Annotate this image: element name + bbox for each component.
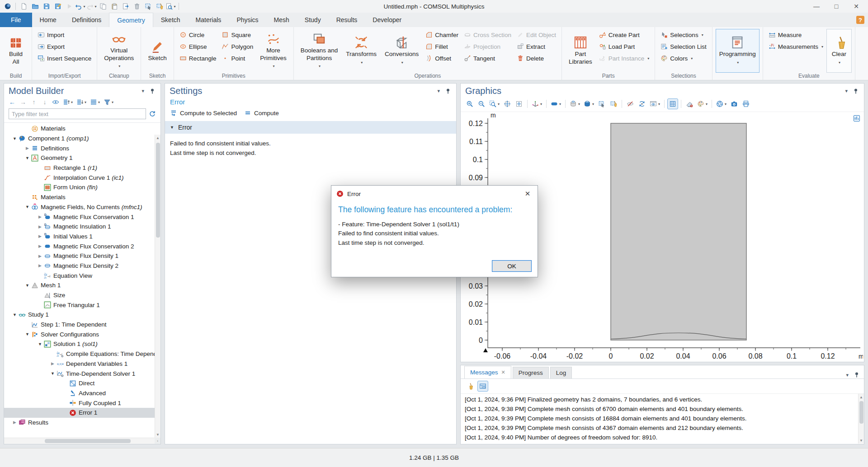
more-primitives-button[interactable]: MorePrimitives▾ bbox=[256, 29, 290, 73]
selection-list-button[interactable]: Selection List bbox=[658, 41, 708, 52]
create-part-button[interactable]: Create Part bbox=[597, 29, 652, 41]
tangent-button[interactable]: Tangent bbox=[462, 52, 514, 64]
tab-results[interactable]: Results bbox=[329, 13, 365, 27]
panel-menu-icon[interactable]: ▾ bbox=[846, 372, 849, 378]
tree-item-initial-values-1[interactable]: ▶DInitial Values 1 bbox=[4, 232, 160, 242]
save-button[interactable] bbox=[41, 1, 52, 11]
pin-icon[interactable] bbox=[444, 88, 452, 95]
view-default-button[interactable] bbox=[502, 98, 513, 109]
transforms-button[interactable]: Transforms▾ bbox=[342, 29, 380, 73]
polygon-button[interactable]: Polygon bbox=[219, 41, 255, 52]
tree-expander-icon[interactable]: ▼ bbox=[36, 342, 44, 346]
pin-icon[interactable] bbox=[853, 371, 860, 378]
show-button[interactable] bbox=[52, 98, 59, 106]
tree-item-magnetic-flux-density-1[interactable]: ▶Magnetic Flux Density 1 bbox=[4, 251, 160, 261]
tab-file[interactable]: File bbox=[0, 13, 32, 27]
logo-button[interactable] bbox=[2, 1, 13, 11]
tree-expander-icon[interactable]: ▶ bbox=[36, 263, 44, 268]
paste-button[interactable] bbox=[108, 1, 120, 11]
cross-section-button[interactable]: Cross Section bbox=[462, 29, 514, 41]
broom-button[interactable] bbox=[464, 381, 475, 392]
tree-item-step-1-time-dependent[interactable]: Step 1: Time Dependent bbox=[4, 320, 160, 330]
cyl-blue-button[interactable]: ▾ bbox=[582, 98, 595, 109]
tree-filter-input[interactable] bbox=[9, 108, 146, 119]
programming-button[interactable]: Programming▾ bbox=[716, 29, 760, 73]
tree-item-interpolation-curve-1[interactable]: Interpolation Curve 1(ic1) bbox=[4, 173, 160, 182]
conversions-button[interactable]: Conversions▾ bbox=[381, 29, 422, 73]
tree-item-magnetic-flux-conservation-1[interactable]: ▶DMagnetic Flux Conservation 1 bbox=[4, 212, 160, 222]
tree-expander-icon[interactable]: ▼ bbox=[24, 332, 31, 336]
tree-item-form-union[interactable]: Form Union(fin) bbox=[4, 182, 160, 192]
zoom-out-button[interactable] bbox=[476, 98, 487, 109]
panel-menu-icon[interactable]: ▾ bbox=[142, 88, 144, 94]
move-down-button[interactable]: ↓ bbox=[41, 98, 48, 106]
doc-forward-button[interactable] bbox=[120, 1, 131, 11]
tree-item-compile-equations-time-dependent[interactable]: ∂u∂t=fCompile Equations: Time Dependent bbox=[4, 349, 160, 359]
close-button[interactable]: ✕ bbox=[846, 0, 866, 12]
compute-to-selected-button[interactable]: Compute to Selected bbox=[170, 109, 237, 117]
insert-sequence-button[interactable]: Insert Sequence bbox=[35, 52, 94, 64]
circle-button[interactable]: Circle bbox=[177, 29, 219, 41]
refresh-icon[interactable] bbox=[149, 110, 156, 117]
tree-expander-icon[interactable]: ▶ bbox=[36, 234, 44, 238]
doc-zoom-button[interactable]: ▾ bbox=[165, 1, 176, 11]
no-eye-button[interactable] bbox=[625, 98, 636, 109]
tree-expander-icon[interactable]: ▼ bbox=[24, 156, 31, 160]
redo-button[interactable]: ▾ bbox=[86, 1, 97, 11]
tree-item-dependent-variables-1[interactable]: ▶u,v,wDependent Variables 1 bbox=[4, 359, 160, 369]
tree-expander-icon[interactable]: ▼ bbox=[49, 371, 57, 376]
booleans-and-partitions-button[interactable]: Booleans andPartitions▾ bbox=[297, 29, 342, 73]
tab-home[interactable]: Home bbox=[32, 13, 64, 27]
close-tab-icon[interactable]: ✕ bbox=[501, 369, 505, 375]
help-button[interactable]: ? bbox=[856, 16, 864, 24]
edit-object-button[interactable]: Edit Object bbox=[514, 29, 558, 41]
tree-expander-icon[interactable]: ▼ bbox=[11, 136, 19, 141]
tab-definitions[interactable]: Definitions bbox=[64, 13, 109, 27]
colors-button[interactable]: ▾ bbox=[696, 98, 709, 109]
selections-button[interactable]: Selections▾ bbox=[658, 29, 708, 41]
pin-icon[interactable] bbox=[149, 88, 156, 95]
tree-expander-icon[interactable]: ▶ bbox=[36, 224, 44, 229]
select-brush-button[interactable] bbox=[154, 1, 165, 11]
rotate-view-button[interactable] bbox=[637, 98, 647, 109]
collapse-button[interactable]: ▾ bbox=[63, 98, 73, 106]
table-msg-button[interactable] bbox=[477, 381, 488, 392]
tree-item-magnetic-flux-conservation-2[interactable]: ▶Magnetic Flux Conservation 2 bbox=[4, 241, 160, 251]
tree-expander-icon[interactable]: ▼ bbox=[24, 283, 31, 288]
measurements-button[interactable]: PiMeasurements▾ bbox=[766, 41, 826, 52]
zoom-box-button[interactable]: ▾ bbox=[488, 98, 501, 109]
part-instance-button[interactable]: Part Instance▾ bbox=[597, 52, 652, 64]
dialog-close-icon[interactable]: ✕ bbox=[523, 190, 533, 198]
tree-expander-icon[interactable]: ▶ bbox=[36, 215, 44, 219]
tab-geometry[interactable]: Geometry bbox=[109, 13, 153, 27]
tab-developer[interactable]: Developer bbox=[365, 13, 409, 27]
sketch-button[interactable]: Sketch bbox=[144, 29, 170, 73]
shutter-button[interactable]: ▾ bbox=[715, 98, 728, 109]
scrollbar-corner[interactable]: › bbox=[155, 438, 160, 444]
chamfer-button[interactable]: Chamfer bbox=[423, 29, 461, 41]
tree-item-magnetic-fields-no-currents[interactable]: ▼Magnetic Fields, No Currents(mfnc1) bbox=[4, 202, 160, 212]
axis-button[interactable]: ▾ bbox=[530, 98, 543, 109]
forward-button[interactable]: → bbox=[19, 98, 27, 106]
tab-study[interactable]: Study bbox=[297, 13, 329, 27]
colors-button[interactable]: Colors▾ bbox=[658, 52, 708, 64]
error-section-header[interactable]: ▼ Error bbox=[165, 121, 456, 134]
tree-item-rectangle-1[interactable]: Rectangle 1(r1) bbox=[4, 163, 160, 173]
undo-button[interactable]: ▾ bbox=[75, 1, 86, 11]
virtual-operations-button[interactable]: VirtualOperations▾ bbox=[100, 29, 137, 73]
pin-icon[interactable] bbox=[852, 88, 859, 95]
expand-button[interactable]: ▾ bbox=[76, 98, 86, 106]
tree-item-results[interactable]: ▶Results bbox=[4, 418, 160, 428]
projection-button[interactable]: Projection bbox=[462, 41, 514, 52]
import-button[interactable]: Import bbox=[35, 29, 94, 41]
offset-button[interactable]: Offset bbox=[423, 52, 461, 64]
tree-item-advanced[interactable]: Advanced bbox=[4, 388, 160, 398]
square-button[interactable]: Square bbox=[219, 29, 255, 41]
camera-button[interactable] bbox=[729, 98, 740, 109]
part-libraries-button[interactable]: PartLibraries bbox=[565, 29, 596, 73]
plot-corner-icon[interactable] bbox=[853, 115, 860, 122]
fillet-button[interactable]: Fillet bbox=[423, 41, 461, 52]
export-button[interactable]: Export bbox=[35, 41, 94, 52]
select-box-button[interactable] bbox=[596, 98, 607, 109]
model-tree-nodes-button[interactable]: ▾ bbox=[90, 98, 100, 106]
